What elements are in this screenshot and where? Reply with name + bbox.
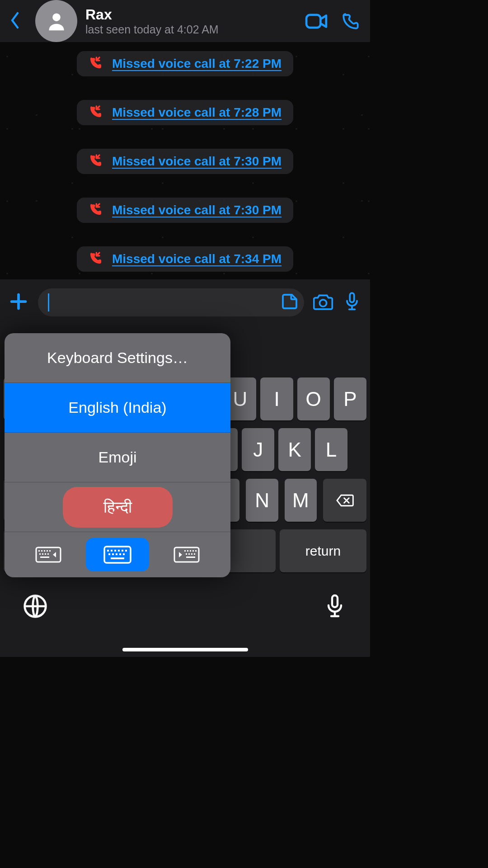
key-n[interactable]: N [246,479,278,522]
svg-rect-24 [108,553,110,555]
keyboard-emoji-option[interactable]: Emoji [5,433,230,482]
keyboard-english-option[interactable]: English (India) [5,383,230,433]
hindi-label: हिन्दी [63,487,173,528]
missed-call-icon [89,153,103,170]
missed-call-icon [89,104,103,121]
svg-rect-3 [350,293,354,302]
missed-call-text: Missed voice call at 7:30 PM [112,154,282,169]
keyboard-layout-right[interactable] [155,538,218,571]
key-k[interactable]: K [278,428,311,471]
svg-rect-37 [188,553,190,555]
svg-rect-40 [186,557,195,558]
svg-rect-12 [39,553,41,555]
svg-rect-10 [47,550,48,552]
contact-avatar[interactable] [35,0,77,42]
svg-point-0 [52,13,61,21]
svg-rect-11 [49,550,51,552]
keyboard-settings-option[interactable]: Keyboard Settings… [5,333,230,383]
missed-call-text: Missed voice call at 7:34 PM [112,252,282,266]
back-button[interactable] [8,11,22,31]
key-o[interactable]: O [297,377,330,420]
svg-rect-9 [44,550,45,552]
dictation-button[interactable] [322,594,347,621]
sticker-button[interactable] [281,292,299,312]
svg-rect-18 [107,550,109,552]
attachment-button[interactable] [8,291,29,314]
svg-rect-16 [40,557,49,558]
keyboard-layout-left[interactable] [17,538,80,571]
svg-rect-5 [332,595,338,607]
svg-rect-38 [191,553,192,555]
missed-call-notice[interactable]: Missed voice call at 7:30 PM [0,198,370,223]
svg-rect-27 [119,553,121,555]
keyboard-hindi-option[interactable]: हिन्दी [5,482,230,532]
key-j[interactable]: J [242,428,274,471]
home-indicator[interactable] [122,648,248,651]
svg-point-2 [319,300,326,307]
missed-call-text: Missed voice call at 7:28 PM [112,105,282,120]
svg-rect-19 [111,550,113,552]
key-m[interactable]: M [285,479,317,522]
globe-button[interactable] [23,594,48,621]
svg-rect-21 [118,550,120,552]
missed-call-icon [89,202,103,218]
contact-status: last seen today at 4:02 AM [85,23,293,36]
missed-call-notice[interactable]: Missed voice call at 7:34 PM [0,246,370,272]
backspace-key[interactable] [323,479,366,522]
contact-name: Rax [85,6,293,23]
return-key[interactable]: return [280,529,366,572]
svg-rect-13 [42,553,43,555]
voice-message-button[interactable] [342,292,362,313]
message-input-bar [0,279,370,326]
svg-rect-14 [45,553,46,555]
svg-rect-29 [111,557,124,559]
svg-rect-28 [123,553,125,555]
svg-rect-1 [306,14,320,27]
svg-rect-33 [190,550,191,552]
svg-rect-8 [41,550,42,552]
video-call-button[interactable] [305,10,328,33]
svg-rect-36 [186,553,187,555]
missed-call-text: Missed voice call at 7:22 PM [112,57,282,71]
keyboard-switcher-popup: Keyboard Settings… English (India) Emoji… [5,333,230,577]
chat-area[interactable]: Missed voice call at 7:22 PM Missed voic… [0,42,370,279]
svg-rect-35 [195,550,197,552]
missed-call-icon [89,56,103,72]
key-i[interactable]: I [260,377,293,420]
missed-call-notice[interactable]: Missed voice call at 7:28 PM [0,100,370,125]
keyboard-bottom-bar [0,580,370,634]
svg-rect-39 [194,553,195,555]
svg-rect-26 [116,553,117,555]
svg-rect-31 [184,550,186,552]
svg-rect-7 [38,550,40,552]
svg-rect-22 [122,550,123,552]
svg-rect-20 [114,550,116,552]
svg-rect-15 [47,553,49,555]
contact-info[interactable]: Rax last seen today at 4:02 AM [85,6,293,36]
svg-rect-23 [125,550,127,552]
keyboard-layout-selector [5,532,230,577]
svg-rect-34 [192,550,194,552]
svg-rect-25 [112,553,114,555]
text-cursor [48,293,49,311]
keyboard-layout-full[interactable] [86,538,149,571]
key-p[interactable]: P [334,377,366,420]
missed-call-notice[interactable]: Missed voice call at 7:30 PM [0,149,370,174]
chat-header: Rax last seen today at 4:02 AM [0,0,370,42]
missed-call-icon [89,251,103,267]
key-l[interactable]: L [315,428,347,471]
svg-rect-32 [187,550,188,552]
message-input[interactable] [38,288,304,316]
missed-call-notice[interactable]: Missed voice call at 7:22 PM [0,51,370,76]
missed-call-text: Missed voice call at 7:30 PM [112,203,282,217]
camera-button[interactable] [313,292,333,313]
voice-call-button[interactable] [339,10,362,33]
